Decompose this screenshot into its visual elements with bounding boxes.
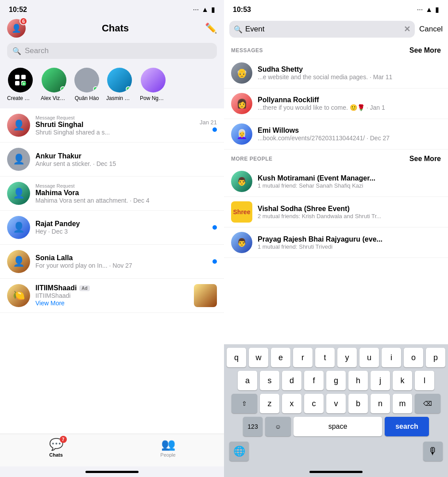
story-quan[interactable]: Quân Hào — [74, 68, 99, 101]
people-content-kush: Kush Motiramani (Event Manager... 1 mutu… — [258, 174, 441, 189]
key-k[interactable]: k — [393, 371, 412, 390]
chat-item-mahima[interactable]: 👤 Message Request Mahima Vora Mahima Vor… — [0, 177, 224, 211]
people-item-kush[interactable]: 👨 Kush Motiramani (Event Manager... 1 mu… — [224, 166, 448, 197]
chat-thumb-iitm — [194, 284, 217, 307]
chat-meta-rajat — [212, 225, 217, 230]
nav-people[interactable]: 👥 People — [112, 438, 224, 458]
battery-icon: ▮ — [211, 5, 215, 14]
key-num[interactable]: 123 — [243, 417, 263, 436]
result-avatar-sudha: 👴 — [231, 62, 252, 84]
bottom-nav-left: 💬 7 Chats 👥 People — [0, 434, 224, 466]
keyboard-row-3: ⇧ z x c v b n m ⌫ — [226, 394, 446, 413]
chat-item-ankur[interactable]: 👤 Ankur Thakur Ankur sent a sticker. · D… — [0, 142, 224, 177]
key-d[interactable]: d — [282, 371, 301, 390]
cancel-button[interactable]: Cancel — [419, 25, 443, 34]
keyboard-row-1: q w e r t y u i o p — [226, 348, 446, 367]
key-v[interactable]: v — [326, 394, 346, 413]
svg-rect-1 — [21, 75, 26, 79]
chat-time-shruti: Jan 21 — [200, 119, 217, 126]
key-w[interactable]: w — [249, 348, 268, 367]
key-e[interactable]: e — [271, 348, 290, 367]
chat-item-rajat[interactable]: 👤 Rajat Pandey Hey · Dec 3 — [0, 211, 224, 245]
people-item-prayag[interactable]: 👨 Prayag Rajesh Bhai Rajyaguru (eve... 1… — [224, 227, 448, 258]
chat-name-mahima: Mahima Vora — [35, 189, 217, 197]
key-r[interactable]: r — [293, 348, 313, 367]
compose-icon[interactable]: ✏️ — [205, 23, 217, 34]
chat-content-ankur: Ankur Thakur Ankur sent a sticker. · Dec… — [35, 152, 212, 167]
key-space[interactable]: space — [294, 417, 382, 436]
chat-avatar-sonia: 👤 — [7, 250, 30, 273]
key-a[interactable]: a — [238, 371, 257, 390]
key-f[interactable]: f — [304, 371, 324, 390]
people-mutual-kush: 1 mutual friend: Sehar Sanah Shafiq Kazi — [258, 182, 441, 189]
key-delete[interactable]: ⌫ — [415, 394, 440, 413]
chat-preview-iitm: IITIIMShaadi — [35, 292, 189, 299]
more-people-section-header: MORE PEOPLE See More — [224, 150, 448, 166]
result-item-sudha[interactable]: 👴 Sudha Shetty ...e website and the soci… — [224, 58, 448, 88]
search-clear-button[interactable]: ✕ — [404, 24, 410, 34]
people-content-prayag: Prayag Rajesh Bhai Rajyaguru (eve... 1 m… — [258, 235, 441, 250]
chat-item-iitm[interactable]: 🍋 IITIIMShaadi Ad IITIIMShaadi View More — [0, 279, 224, 313]
result-content-emi: Emi Willows ...book.com/events/276203113… — [258, 127, 441, 142]
result-item-polly[interactable]: 👩 Pollyanna Rockliff ...there if you wou… — [224, 88, 448, 119]
key-l[interactable]: l — [415, 371, 434, 390]
key-b[interactable]: b — [348, 394, 368, 413]
chat-list: 👤 Message Request Shruti Singhal Shruti … — [0, 108, 224, 434]
globe-key[interactable]: 🌐 — [229, 442, 249, 461]
view-more-link[interactable]: View More — [35, 299, 189, 307]
story-jasmin[interactable]: Jasmin Nandaniya — [106, 68, 133, 101]
chat-item-shruti[interactable]: 👤 Message Request Shruti Singhal Shruti … — [0, 108, 224, 142]
key-y[interactable]: y — [337, 348, 357, 367]
key-s[interactable]: s — [260, 371, 279, 390]
key-i[interactable]: i — [382, 348, 401, 367]
result-item-emi[interactable]: 👩‍🦳 Emi Willows ...book.com/events/27620… — [224, 119, 448, 150]
messages-section-title: MESSAGES — [231, 47, 263, 54]
result-preview-emi: ...book.com/events/276203113044241/ · De… — [258, 135, 441, 142]
key-t[interactable]: t — [315, 348, 335, 367]
chats-title: Chats — [102, 23, 129, 34]
key-p[interactable]: p — [426, 348, 445, 367]
user-avatar-badge[interactable]: 👤 6 — [7, 19, 26, 38]
chat-name-iitm: IITIIMShaadi Ad — [35, 284, 189, 292]
key-search[interactable]: search — [385, 417, 429, 436]
results-section: MESSAGES See More 👴 Sudha Shetty ...e we… — [224, 41, 448, 344]
key-shift[interactable]: ⇧ — [232, 394, 257, 413]
key-h[interactable]: h — [348, 371, 368, 390]
battery-icon-right: ▮ — [435, 5, 439, 14]
search-bar-left[interactable]: 🔍 Search — [7, 43, 217, 59]
chat-avatar-ankur: 👤 — [7, 148, 30, 171]
story-avatar-pow — [141, 68, 166, 92]
key-m[interactable]: m — [393, 394, 412, 413]
key-q[interactable]: q — [227, 348, 246, 367]
key-o[interactable]: o — [404, 348, 423, 367]
key-j[interactable]: j — [371, 371, 390, 390]
right-panel: 10:53 ··· ▲ ▮ 🔍 Event ✕ Cancel MESSAGES … — [224, 0, 448, 477]
key-g[interactable]: g — [326, 371, 346, 390]
key-emoji[interactable]: ☺ — [265, 417, 291, 436]
status-bar-right: 10:53 ··· ▲ ▮ — [224, 0, 448, 17]
key-u[interactable]: u — [359, 348, 379, 367]
status-time-left: 10:52 — [9, 6, 27, 14]
mic-key[interactable]: 🎙 — [423, 442, 443, 461]
story-create-room[interactable]: + Create Room — [7, 68, 34, 101]
people-avatar-prayag: 👨 — [231, 232, 252, 253]
chat-name-sonia: Sonia Lalla — [35, 254, 207, 262]
result-name-sudha: Sudha Shetty — [258, 65, 441, 73]
search-input-wrap[interactable]: 🔍 Event ✕ — [229, 21, 415, 38]
people-mutual-vishal: 2 mutual friends: Krish Dandwala and Shr… — [258, 213, 441, 219]
key-z[interactable]: z — [260, 394, 279, 413]
nav-chats[interactable]: 💬 7 Chats — [0, 438, 112, 458]
people-item-vishal[interactable]: Shree Vishal Sodha (Shree Event) 2 mutua… — [224, 197, 448, 227]
search-input-text[interactable]: Event — [245, 25, 401, 34]
story-pow[interactable]: Pow Nguye... — [140, 68, 166, 101]
story-alex[interactable]: Alex Vizcaino — [41, 68, 67, 101]
story-row: + Create Room Alex Vizcaino Quân Hào Jas… — [0, 64, 224, 108]
people-nav-label: People — [160, 452, 175, 458]
more-people-see-more-button[interactable]: See More — [409, 155, 441, 163]
chat-label-shruti: Message Request — [35, 115, 194, 120]
chat-item-sonia[interactable]: 👤 Sonia Lalla For your word play on In..… — [0, 245, 224, 279]
key-n[interactable]: n — [371, 394, 390, 413]
key-x[interactable]: x — [282, 394, 301, 413]
messages-see-more-button[interactable]: See More — [409, 46, 441, 54]
key-c[interactable]: c — [304, 394, 324, 413]
